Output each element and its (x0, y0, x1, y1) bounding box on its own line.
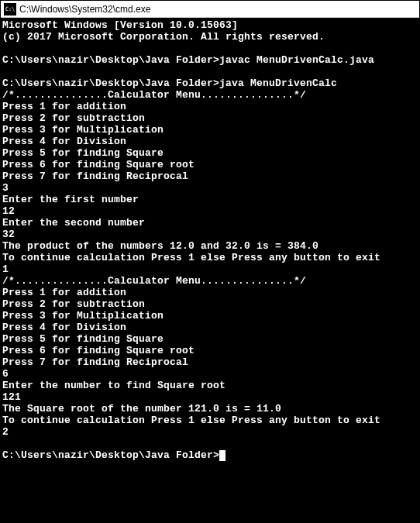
terminal-line: Press 4 for Division (2, 136, 419, 147)
terminal-line: Microsoft Windows [Version 10.0.15063] (2, 19, 419, 31)
terminal-line: Press 2 for subtraction (2, 298, 419, 310)
terminal-line: Press 1 for addition (2, 287, 419, 298)
terminal-line: 2 (2, 426, 419, 438)
cursor (219, 450, 225, 461)
terminal-line: To continue calculation Press 1 else Pre… (2, 252, 419, 263)
terminal-line: Press 7 for finding Reciprocal (2, 170, 419, 182)
terminal-line: (c) 2017 Microsoft Corporation. All righ… (2, 31, 419, 43)
terminal-line (2, 43, 419, 54)
terminal-line: 3 (2, 182, 419, 194)
terminal-line: 121 (2, 391, 419, 403)
title-bar[interactable]: C:\ C:\Windows\System32\cmd.exe (1, 1, 419, 18)
cmd-icon: C:\ (4, 3, 16, 15)
terminal-line: Press 5 for finding Square (2, 333, 419, 345)
terminal-line: The product of the numbers 12.0 and 32.0… (2, 240, 419, 252)
terminal-line: Press 5 for finding Square (2, 147, 419, 159)
terminal-line: Press 2 for subtraction (2, 112, 419, 124)
terminal-line: /*...............Calculator Menu........… (2, 89, 419, 101)
terminal-line: Press 3 for Multiplication (2, 310, 419, 322)
terminal-line: /*...............Calculator Menu........… (2, 275, 419, 287)
terminal-line: C:\Users\nazir\Desktop\Java Folder> (2, 449, 419, 461)
terminal-line: Press 3 for Multiplication (2, 124, 419, 136)
terminal-line: 12 (2, 205, 419, 217)
terminal-line: Enter the first number (2, 194, 419, 205)
terminal-line: The Square root of the number 121.0 is =… (2, 403, 419, 415)
terminal-output[interactable]: Microsoft Windows [Version 10.0.15063](c… (1, 18, 419, 522)
terminal-line: To continue calculation Press 1 else Pre… (2, 415, 419, 426)
terminal-line: C:\Users\nazir\Desktop\Java Folder>javac… (2, 54, 419, 66)
terminal-line: Press 6 for finding Square root (2, 345, 419, 356)
terminal-line: Enter the number to find Square root (2, 380, 419, 391)
terminal-line: Press 4 for Division (2, 322, 419, 333)
terminal-line: C:\Users\nazir\Desktop\Java Folder>java … (2, 77, 419, 89)
window-title: C:\Windows\System32\cmd.exe (19, 4, 150, 15)
cmd-window: C:\ C:\Windows\System32\cmd.exe Microsof… (0, 0, 420, 523)
terminal-line: 1 (2, 263, 419, 275)
terminal-line: Enter the second number (2, 217, 419, 229)
terminal-line: Press 6 for finding Square root (2, 159, 419, 170)
terminal-line: Press 1 for addition (2, 101, 419, 112)
terminal-line: 6 (2, 368, 419, 380)
terminal-line (2, 66, 419, 77)
terminal-line: Press 7 for finding Reciprocal (2, 356, 419, 368)
terminal-line (2, 438, 419, 449)
terminal-line: 32 (2, 229, 419, 240)
